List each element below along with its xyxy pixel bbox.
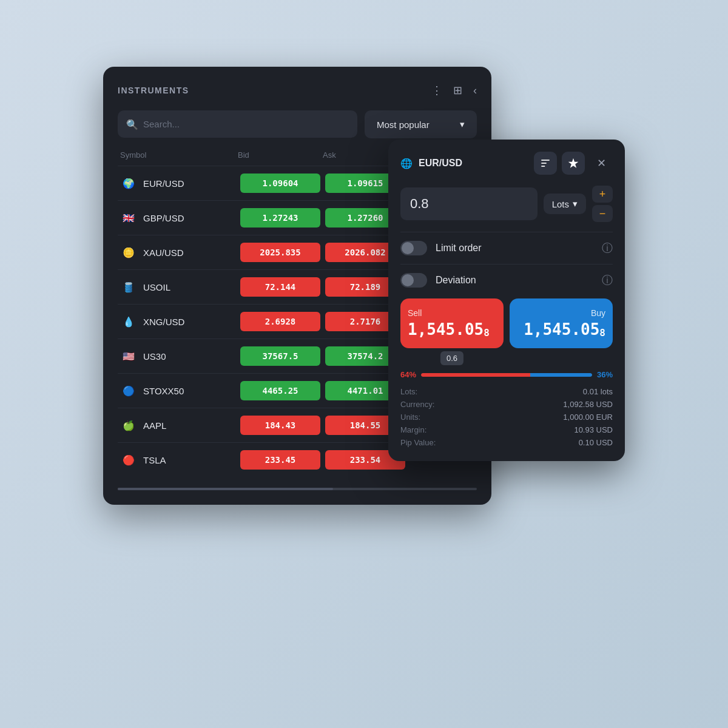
lots-val: 0.01 lots bbox=[583, 387, 613, 396]
instruments-header: INSTRUMENTS ⋮ ⊞ ‹ bbox=[118, 84, 477, 97]
instrument-name: 🍏 AAPL bbox=[120, 417, 238, 434]
instrument-icon: 🔴 bbox=[120, 451, 137, 468]
margin-val: 10.93 USD bbox=[574, 425, 613, 434]
bid-price: 233.45 bbox=[240, 450, 320, 470]
bid-price: 2.6928 bbox=[240, 312, 320, 331]
sell-button[interactable]: Sell 1,545.058 0.6 bbox=[400, 298, 504, 348]
instrument-label: USOIL bbox=[143, 282, 170, 292]
buy-price-super: 8 bbox=[599, 327, 605, 339]
tooltip-bubble: 0.6 bbox=[440, 351, 463, 365]
pip-key: Pip Value: bbox=[400, 438, 436, 447]
collapse-icon[interactable]: ‹ bbox=[473, 84, 477, 97]
lots-unit: Lots bbox=[552, 199, 569, 209]
limit-order-toggle[interactable] bbox=[400, 241, 427, 255]
instrument-label: AAPL bbox=[143, 420, 166, 431]
col-symbol: Symbol bbox=[120, 150, 238, 160]
lots-chevron-icon: ▾ bbox=[573, 198, 578, 209]
scrollbar-track[interactable] bbox=[118, 488, 477, 490]
sell-price-main: 1,545. bbox=[408, 320, 465, 339]
search-icon: 🔍 bbox=[126, 119, 138, 130]
lots-key: Lots: bbox=[400, 387, 417, 396]
lot-value: 0.8 bbox=[410, 196, 429, 212]
buy-sell-row: Sell 1,545.058 0.6 Buy 1,545.058 bbox=[400, 298, 613, 348]
filter-dropdown[interactable]: Most popular ▾ bbox=[365, 110, 477, 138]
deviation-label: Deviation bbox=[436, 275, 593, 286]
search-filter-row: 🔍 Most popular ▾ bbox=[118, 110, 477, 138]
trade-panel: 🌐 EUR/USD ✕ 0.8 bbox=[388, 140, 625, 461]
instrument-label: TSLA bbox=[143, 455, 166, 465]
lot-control: 0.8 Lots ▾ + − bbox=[400, 186, 613, 222]
instrument-label: US30 bbox=[143, 351, 166, 362]
buy-price-main: 1,545. bbox=[524, 320, 581, 339]
margin-row: Margin: 10.93 USD bbox=[400, 423, 613, 436]
trade-symbol: 🌐 EUR/USD bbox=[400, 158, 462, 169]
buy-percentage: 36% bbox=[597, 370, 613, 379]
instrument-label: STOXX50 bbox=[143, 386, 184, 396]
instrument-icon: 🪙 bbox=[120, 244, 137, 261]
buy-price: 1,545.058 bbox=[517, 320, 605, 339]
col-bid: Bid bbox=[238, 150, 323, 160]
more-options-icon[interactable]: ⋮ bbox=[431, 84, 442, 97]
instrument-icon: 🍏 bbox=[120, 417, 137, 434]
margin-key: Margin: bbox=[400, 425, 426, 434]
plus-btn[interactable]: + bbox=[592, 186, 613, 203]
units-key: Units: bbox=[400, 413, 420, 422]
currency-row: Currency: 1,092.58 USD bbox=[400, 398, 613, 411]
search-input[interactable] bbox=[118, 110, 357, 138]
scrollbar-thumb bbox=[118, 488, 333, 490]
close-icon-btn[interactable]: ✕ bbox=[590, 152, 613, 175]
limit-order-info-icon[interactable]: ⓘ bbox=[602, 241, 613, 255]
currency-key: Currency: bbox=[400, 400, 434, 409]
sell-price-super: 8 bbox=[484, 327, 490, 339]
units-val: 1,000.00 EUR bbox=[563, 413, 613, 422]
instrument-icon: 🔵 bbox=[120, 382, 137, 399]
info-table: Lots: 0.01 lots Currency: 1,092.58 USD U… bbox=[400, 385, 613, 449]
lot-input-wrapper: 0.8 bbox=[400, 187, 538, 220]
instrument-name: 🔴 TSLA bbox=[120, 451, 238, 468]
instrument-label: GBP/USD bbox=[143, 213, 184, 223]
buy-price-decimal: 05 bbox=[581, 320, 599, 339]
instruments-icons: ⋮ ⊞ ‹ bbox=[431, 84, 477, 97]
progress-row: 64% 36% bbox=[400, 370, 613, 379]
filter-icon-btn[interactable] bbox=[534, 152, 557, 175]
trade-symbol-icon: 🌐 bbox=[400, 158, 413, 169]
deviation-toggle-knob bbox=[402, 274, 414, 286]
instrument-name: 🔵 STOXX50 bbox=[120, 382, 238, 399]
instrument-name: 🇬🇧 GBP/USD bbox=[120, 209, 238, 226]
dropdown-chevron-icon: ▾ bbox=[460, 119, 465, 130]
trade-header-icons: ✕ bbox=[534, 152, 613, 175]
minus-btn[interactable]: − bbox=[592, 205, 613, 222]
pip-row: Pip Value: 0.10 USD bbox=[400, 436, 613, 449]
sparkle-icon-btn[interactable] bbox=[562, 152, 585, 175]
bid-price: 4465.25 bbox=[240, 381, 320, 400]
grid-view-icon[interactable]: ⊞ bbox=[453, 84, 462, 97]
sell-label: Sell bbox=[408, 308, 496, 318]
bid-price: 72.144 bbox=[240, 277, 320, 297]
sell-percentage: 64% bbox=[400, 370, 416, 379]
limit-order-label: Limit order bbox=[436, 243, 593, 254]
progress-track bbox=[421, 373, 592, 377]
instrument-label: EUR/USD bbox=[143, 178, 184, 189]
bid-price: 37567.5 bbox=[240, 346, 320, 366]
currency-val: 1,092.58 USD bbox=[563, 400, 613, 409]
instrument-label: XAU/USD bbox=[143, 248, 184, 258]
lots-dropdown[interactable]: Lots ▾ bbox=[544, 194, 586, 214]
instrument-name: 🇺🇸 US30 bbox=[120, 348, 238, 365]
filter-label: Most popular bbox=[377, 120, 430, 130]
bid-price: 1.27243 bbox=[240, 208, 320, 228]
deviation-info-icon[interactable]: ⓘ bbox=[602, 273, 613, 288]
trade-header: 🌐 EUR/USD ✕ bbox=[400, 152, 613, 175]
plus-minus-btns: + − bbox=[592, 186, 613, 222]
sell-price: 1,545.058 bbox=[408, 320, 496, 339]
instrument-name: 🪙 XAU/USD bbox=[120, 244, 238, 261]
bid-price: 2025.835 bbox=[240, 243, 320, 262]
instrument-name: 🛢️ USOIL bbox=[120, 278, 238, 295]
toggle-knob bbox=[402, 242, 414, 254]
instrument-icon: 🌍 bbox=[120, 175, 137, 192]
trade-symbol-name: EUR/USD bbox=[419, 158, 462, 169]
deviation-toggle[interactable] bbox=[400, 273, 427, 288]
buy-button[interactable]: Buy 1,545.058 bbox=[510, 298, 613, 348]
instrument-icon: 🇺🇸 bbox=[120, 348, 137, 365]
sell-price-decimal: 05 bbox=[465, 320, 484, 339]
bid-price: 184.43 bbox=[240, 416, 320, 435]
